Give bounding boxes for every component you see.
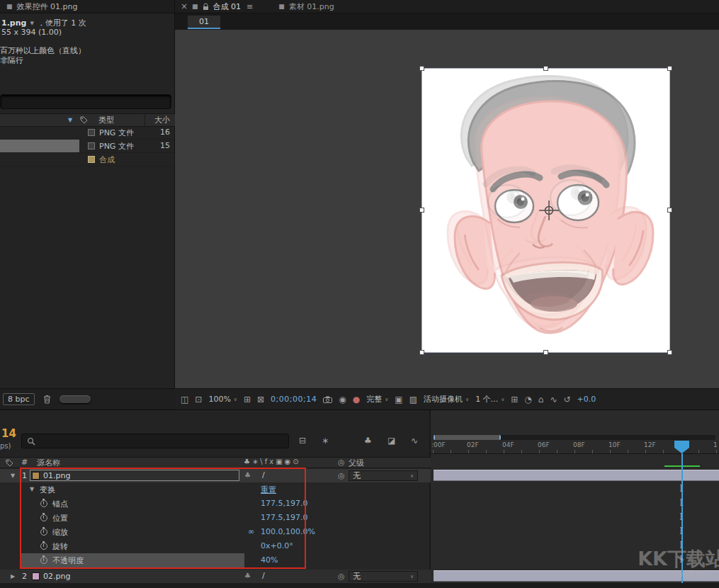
reset-exposure-icon[interactable]: ↺ [563,395,570,405]
viewer-timecode[interactable]: 0;00;00;14 [271,395,317,404]
grid-guides-icon[interactable]: ⊞ [244,395,251,405]
panel-icon: ■ [278,3,285,10]
layer1-pickwhip-icon[interactable]: ◎ [338,471,345,480]
timeline-bottom-strip [0,583,719,588]
composition-tabbar: × ■ 合成 01 ≡ ■ 素材 01.png [175,0,719,13]
view-layout-dropdown[interactable]: 1 个... ∨ [475,394,504,405]
selection-handle[interactable] [543,66,548,71]
column-header-source-name[interactable]: 源名称 [37,458,60,468]
pixel-aspect-icon[interactable]: ⊞ [511,395,518,405]
selection-handle[interactable] [419,208,424,213]
layer1-parent-value: 无 [353,470,361,481]
chevron-down-icon[interactable]: ▼ [30,21,33,26]
transparency-grid-icon[interactable]: ▨ [409,395,417,405]
composition-navigator-bar: 01 [175,13,719,30]
selection-handle[interactable] [419,66,424,71]
tab-footage[interactable]: ■ 素材 01.png [278,1,334,12]
flowchart-icon[interactable]: ∿ [550,395,557,405]
frame-blending-icon[interactable]: ◪ [387,436,395,446]
thumbnail-slider[interactable] [60,395,91,403]
column-header-parent[interactable]: 父级 [349,458,364,468]
show-snapshot-icon[interactable]: ◉ [339,395,346,405]
layer1-duration-bar[interactable] [434,470,719,481]
ruler-baseline [431,453,719,454]
layer2-parent-value: 无 [353,571,361,582]
row-type: PNG 文件 [99,128,134,138]
cartoon-face-artwork [422,69,669,352]
composition-viewport[interactable] [175,30,719,388]
project-footer-bar: 8 bpc [0,388,175,409]
magnification-dropdown[interactable]: 100% ∨ [208,395,237,404]
hide-shy-layers-icon[interactable]: ♣ [364,436,372,446]
panel-icon: ■ [192,3,198,10]
monitor-icon[interactable]: ⊡ [195,395,202,405]
layer2-label-chip[interactable] [32,572,40,580]
selected-layer-image[interactable] [422,69,669,352]
composition-icon [88,156,95,163]
composition-mini-tab[interactable]: 01 [188,16,220,29]
column-header-size[interactable]: 大小 [154,115,170,125]
zoom-value: 100% [208,395,230,404]
selection-handle[interactable] [419,350,424,355]
layer2-shy-switch[interactable]: ♣ [244,572,251,579]
bit-depth-button[interactable]: 8 bpc [3,393,35,405]
panel-menu-icon[interactable]: ≡ [247,2,253,11]
layer-row-2[interactable]: ▶ 2 02.png ♣ / ◎ 无 ∨ [0,570,431,583]
fast-preview-icon[interactable]: ◔ [524,395,531,405]
timeline-search-field[interactable] [21,434,289,448]
label-column-icon[interactable] [80,116,88,124]
column-header-type[interactable]: 类型 [98,115,114,125]
selection-handle[interactable] [667,208,672,213]
pickwhip-icon: ◎ [338,458,345,467]
layer1-parent-dropdown[interactable]: 无 ∨ [349,470,418,481]
layer2-name[interactable]: 02.png [43,572,70,581]
composition-mini-flowchart-icon[interactable]: ⊟ [299,436,306,446]
layer2-quality-switch[interactable]: / [262,571,265,580]
after-effects-window: ■ 效果控件 01.png 1.png ▼ ，使用了 1 次 55 x 394 … [0,0,719,588]
resolution-dropdown[interactable]: 完整 ∨ [366,394,388,405]
timeline-search-input[interactable] [38,436,254,446]
selection-handle[interactable] [543,350,548,355]
selection-handle[interactable] [667,350,672,355]
draft-3d-icon[interactable]: ∗ [322,436,329,446]
layer2-index: 2 [22,572,27,581]
label-column-icon[interactable] [6,459,13,467]
trash-icon[interactable] [43,395,51,404]
layer2-pickwhip-icon[interactable]: ◎ [338,572,345,581]
column-header-number[interactable]: # [21,458,28,467]
viewer-toolbar: ◫ ⊡ 100% ∨ ⊞ ⊠ 0;00;00;14 ◉ ● 完整 ∨ ▣ ▨ 活… [175,388,719,409]
tab-composition[interactable]: 合成 01 [213,1,242,12]
effect-controls-tab-label[interactable]: 效果控件 01.png [17,1,78,12]
current-time-display[interactable]: 14 [1,427,16,440]
effect-controls-tabbar[interactable]: ■ 效果控件 01.png [0,0,174,13]
graph-editor-icon[interactable]: ∿ [411,436,418,446]
timeline-button-icon[interactable]: ⌂ [538,395,544,405]
sort-arrow-icon[interactable]: ▼ [68,117,72,123]
project-row-png-2[interactable]: PNG 文件 15 [0,140,174,153]
work-area-bar[interactable] [434,435,501,440]
project-row-png-1[interactable]: PNG 文件 16 [0,126,174,140]
active-camera-dropdown[interactable]: 活动摄像机 ∨ [424,394,469,405]
layer-switches-header[interactable]: ♣∗\fx▣◉⊙ [244,458,301,465]
region-of-interest-icon[interactable]: ▣ [395,395,402,405]
layer2-expand-icon[interactable]: ▶ [11,573,15,579]
selection-handle[interactable] [667,66,672,71]
exposure-value[interactable]: +0.0 [577,395,596,404]
ruler-label: :00F [431,441,446,448]
always-preview-icon[interactable]: ◫ [181,395,188,405]
close-icon[interactable]: × [181,1,188,11]
ruler-label: 1 [713,441,718,448]
camera-value: 活动摄像机 [424,394,463,405]
chevron-down-icon: ∨ [465,397,469,402]
snapshot-camera-icon[interactable] [323,396,332,403]
show-channels-icon[interactable]: ● [353,395,360,405]
footage-name[interactable]: 1.png [1,18,26,28]
safe-margins-icon[interactable]: ⊠ [257,395,264,405]
layer2-parent-dropdown[interactable]: 无 ∨ [349,571,418,582]
layer1-expand-icon[interactable]: ▼ [11,473,15,479]
timeline-panel: 14 ps) ⊟ ∗ ♣ ◪ ∿ # 源名称 ♣∗\fx▣◉⊙ ◎ 父级 ▼ 1 [0,409,719,588]
lock-icon[interactable] [203,3,209,11]
watermark-url: www.dow [671,569,715,579]
project-search-input[interactable] [0,94,171,109]
project-row-composition[interactable]: 合成 [0,153,174,166]
